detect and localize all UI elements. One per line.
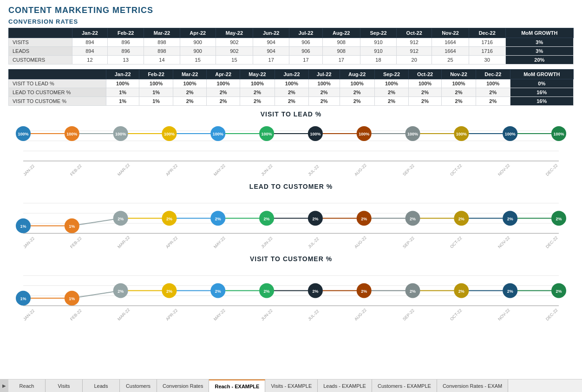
- svg-text:2%: 2%: [166, 217, 172, 221]
- table1-cell-2-5: 17: [253, 56, 289, 64]
- table2-cell-0-0: 100%: [106, 79, 139, 88]
- table2-header-10: Oct-22: [409, 70, 442, 79]
- svg-text:2%: 2%: [118, 289, 124, 294]
- bottom-tabs: ▶ ReachVisitsLeadsCustomersConversion Ra…: [0, 379, 582, 392]
- svg-text:2%: 2%: [361, 217, 367, 221]
- table1-cell-1-9: 912: [397, 47, 432, 56]
- bottom-tab-1[interactable]: Visits: [46, 379, 83, 392]
- table2-cell-1-2: 2%: [173, 88, 206, 97]
- svg-text:100%: 100%: [115, 132, 126, 136]
- table1-cell-2-0: 12: [72, 56, 108, 64]
- table2-cell-0-4: 100%: [240, 79, 275, 88]
- svg-text:2%: 2%: [458, 289, 464, 294]
- table-row: LEAD TO CUSTOMER %1%1%2%2%2%2%2%2%2%2%2%…: [9, 88, 574, 97]
- svg-text:100%: 100%: [310, 132, 320, 136]
- table1-cell-1-7: 908: [322, 47, 360, 56]
- table1-cell-1-11: 1716: [469, 47, 505, 56]
- table1-cell-0-12: 3%: [505, 38, 573, 47]
- table-row: LEADS89489689890090290490690891091216641…: [9, 47, 574, 56]
- table1-header-8: Aug-22: [322, 28, 360, 38]
- table2-cell-0-3: 100%: [207, 79, 240, 88]
- table1-cell-2-7: 17: [322, 56, 360, 64]
- table2-cell-1-10: 2%: [441, 88, 476, 97]
- svg-text:2%: 2%: [118, 217, 124, 221]
- table1-cell-0-3: 900: [180, 38, 216, 47]
- table2-header-11: Nov-22: [441, 70, 476, 79]
- bottom-tab-0[interactable]: Reach: [8, 379, 46, 392]
- table2-header-0: [9, 70, 106, 79]
- conversion-rates-table: Jan-22Feb-22Mar-22Apr-22May-22Jun-22Jul-…: [8, 69, 574, 106]
- table2-cell-0-10: 100%: [441, 79, 476, 88]
- table2-header-2: Feb-22: [139, 70, 173, 79]
- section1-title: CONVERSION RATES: [8, 18, 574, 25]
- table1-header-9: Sep-22: [360, 28, 397, 38]
- table2-cell-0-5: 100%: [275, 79, 308, 88]
- table1-cell-1-4: 902: [216, 47, 253, 56]
- bottom-tab-5[interactable]: Reach - EXAMPLE: [209, 379, 265, 392]
- table2-cell-1-7: 2%: [340, 88, 374, 97]
- svg-text:2%: 2%: [458, 217, 464, 221]
- table2-cell-2-3: 2%: [207, 97, 240, 106]
- table1-header-7: Jul-22: [289, 28, 323, 38]
- table1-cell-2-1: 13: [108, 56, 144, 64]
- table1-cell-0-6: 906: [289, 38, 323, 47]
- chart1-title: VISIT TO LEAD %: [8, 110, 574, 118]
- bottom-tab-9[interactable]: Conversion Rates - EXAM: [437, 379, 508, 392]
- page-title: CONTENT MARKETING METRICS: [8, 6, 574, 15]
- svg-text:2%: 2%: [166, 289, 172, 294]
- table1-cell-0-10: 1664: [432, 38, 469, 47]
- table2-cell-1-9: 2%: [409, 88, 442, 97]
- svg-text:2%: 2%: [312, 217, 318, 221]
- table1-cell-0-8: 910: [360, 38, 397, 47]
- page-wrapper: CONTENT MARKETING METRICS CONVERSION RAT…: [0, 0, 582, 392]
- chart3-title: VISIT TO CUSTOMER %: [8, 255, 574, 263]
- table2-cell-1-11: 2%: [476, 88, 510, 97]
- svg-text:2%: 2%: [215, 289, 221, 294]
- table2-cell-1-0: 1%: [106, 88, 139, 97]
- table1-cell-2-4: 15: [216, 56, 253, 64]
- table1-header-10: Oct-22: [397, 28, 432, 38]
- table1-cell-2-2: 14: [144, 56, 180, 64]
- table2-header-8: Aug-22: [340, 70, 374, 79]
- table2-header-12: Dec-22: [476, 70, 510, 79]
- table1-header-11: Nov-22: [432, 28, 469, 38]
- bottom-tab-3[interactable]: Customers: [120, 379, 157, 392]
- table1-cell-1-2: 898: [144, 47, 180, 56]
- svg-text:100%: 100%: [164, 132, 175, 136]
- bottom-tab-7[interactable]: Leads - EXAMPLE: [318, 379, 372, 392]
- table1-cell-2-10: 25: [432, 56, 469, 64]
- table2-cell-2-4: 2%: [240, 97, 275, 106]
- table2-cell-2-9: 2%: [409, 97, 442, 106]
- table2-header-3: Mar-22: [173, 70, 206, 79]
- table1-cell-0-2: 898: [144, 38, 180, 47]
- table2-cell-1-5: 2%: [275, 88, 308, 97]
- table1-cell-0-0: 894: [72, 38, 108, 47]
- table-row: VISITS8948968989009029049069089109121664…: [9, 38, 574, 47]
- table1-cell-0-4: 902: [216, 38, 253, 47]
- table1-cell-1-10: 1664: [432, 47, 469, 56]
- bottom-tab-4[interactable]: Conversion Rates: [157, 379, 209, 392]
- bottom-tab-8[interactable]: Customers - EXAMPLE: [372, 379, 437, 392]
- table-row: VISIT TO LEAD %100%100%100%100%100%100%1…: [9, 79, 574, 88]
- row-label: LEAD TO CUSTOMER %: [9, 88, 106, 97]
- tab-nav-left[interactable]: ▶: [0, 379, 8, 392]
- table1-cell-1-8: 910: [360, 47, 397, 56]
- table1-header-4: Apr-22: [180, 28, 216, 38]
- svg-text:100%: 100%: [66, 132, 77, 136]
- bottom-tab-6[interactable]: Visits - EXAMPLE: [265, 379, 318, 392]
- table1-cell-2-12: 20%: [505, 56, 573, 64]
- table2-cell-0-1: 100%: [139, 79, 173, 88]
- table2-header-13: MoM GROWTH: [510, 70, 573, 79]
- table2-header-5: May-22: [240, 70, 275, 79]
- svg-text:100%: 100%: [262, 132, 272, 136]
- table1-cell-2-3: 15: [180, 56, 216, 64]
- svg-text:2%: 2%: [556, 217, 562, 221]
- svg-text:1%: 1%: [20, 296, 26, 301]
- chart1-axis: JAN-22FEB-22MAR-22APR-22MAY-22JUN-22JUL-…: [8, 173, 574, 178]
- table1-header-12: Dec-22: [469, 28, 505, 38]
- svg-text:2%: 2%: [556, 289, 562, 294]
- bottom-tab-2[interactable]: Leads: [83, 379, 120, 392]
- table1-header-5: May-22: [216, 28, 253, 38]
- svg-text:2%: 2%: [507, 217, 513, 221]
- table2-cell-1-8: 2%: [374, 88, 408, 97]
